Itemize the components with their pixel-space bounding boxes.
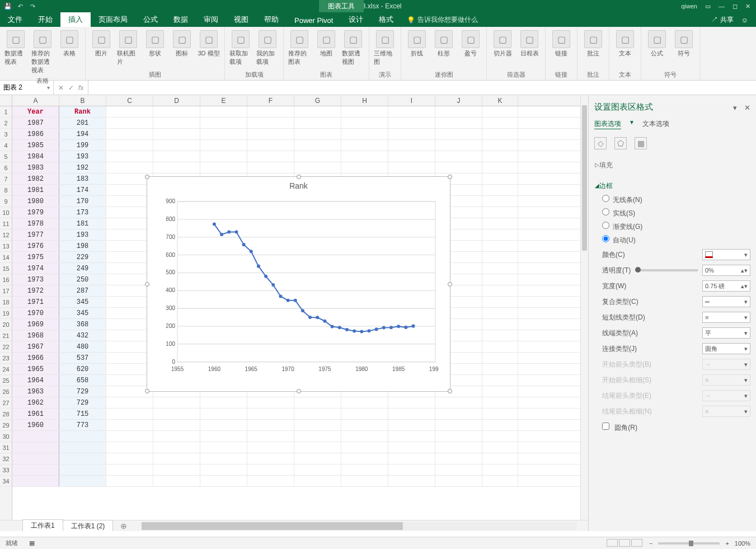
cell[interactable]: 345 xyxy=(59,308,106,318)
sheet-tab[interactable]: 工作表1 xyxy=(22,519,63,532)
border-option[interactable]: 渐变线(G) xyxy=(594,220,750,233)
col-header-G[interactable]: G xyxy=(294,95,341,106)
row-header[interactable]: 21 xyxy=(0,330,12,341)
cell[interactable] xyxy=(106,420,153,430)
ribbon-btn-图片[interactable]: ▢图片 xyxy=(89,29,114,59)
row-header[interactable]: 3 xyxy=(0,129,12,140)
cell[interactable]: 1967 xyxy=(12,341,59,352)
pane-options-icon[interactable]: ▾ xyxy=(733,104,737,112)
section-border[interactable]: 边框 xyxy=(594,179,750,193)
border-option[interactable]: 实线(S) xyxy=(594,207,750,220)
cell[interactable]: 287 xyxy=(59,285,106,296)
scroll-thumb[interactable] xyxy=(582,105,587,251)
tab-Power Pivot[interactable]: Power Pivot xyxy=(287,14,341,27)
row-header[interactable]: 4 xyxy=(0,140,12,151)
row-header[interactable]: 28 xyxy=(0,409,12,420)
row-header[interactable]: 27 xyxy=(0,397,12,409)
cell[interactable]: 1962 xyxy=(12,397,59,408)
cell[interactable] xyxy=(341,397,388,408)
cell[interactable]: 193 xyxy=(59,151,106,162)
cell[interactable]: 1975 xyxy=(12,252,59,262)
cell[interactable]: 715 xyxy=(59,409,106,419)
undo-icon[interactable]: ↶ xyxy=(16,2,25,11)
save-icon[interactable]: 💾 xyxy=(3,2,12,11)
row-header[interactable]: 29 xyxy=(0,420,12,431)
cell[interactable] xyxy=(388,118,435,128)
cell[interactable] xyxy=(247,151,294,162)
cell[interactable] xyxy=(388,140,435,151)
cell[interactable] xyxy=(435,409,482,419)
col-header-I[interactable]: I xyxy=(388,95,435,106)
cell[interactable] xyxy=(482,397,518,408)
cell[interactable]: 181 xyxy=(59,218,106,229)
cell[interactable]: 201 xyxy=(59,118,106,128)
cell[interactable] xyxy=(341,431,388,442)
cell[interactable] xyxy=(341,118,388,128)
transparency-slider[interactable] xyxy=(635,269,698,271)
cell[interactable] xyxy=(59,476,106,486)
ribbon-btn-3D 模型[interactable]: ▢3D 模型 xyxy=(196,29,221,59)
cell[interactable] xyxy=(247,129,294,139)
cell[interactable] xyxy=(482,173,518,184)
cell[interactable] xyxy=(200,140,247,151)
ribbon-btn-批注[interactable]: ▢批注 xyxy=(581,29,605,59)
cell[interactable] xyxy=(341,464,388,475)
tab-审阅[interactable]: 审阅 xyxy=(196,12,226,27)
row-header[interactable]: 9 xyxy=(0,196,12,207)
cell[interactable] xyxy=(153,431,200,442)
row-header[interactable]: 14 xyxy=(0,252,12,263)
cell[interactable] xyxy=(482,453,518,464)
cell[interactable] xyxy=(200,162,247,173)
cell[interactable] xyxy=(341,453,388,464)
row-header[interactable]: 7 xyxy=(0,173,12,185)
cell[interactable] xyxy=(294,409,341,419)
cell[interactable] xyxy=(106,106,153,117)
cell[interactable] xyxy=(294,431,341,442)
cell[interactable] xyxy=(106,118,153,128)
tab-开始[interactable]: 开始 xyxy=(30,12,60,27)
context-tab-设计[interactable]: 设计 xyxy=(341,12,371,27)
ribbon-btn-地图[interactable]: ▢地图 xyxy=(314,29,339,59)
cell[interactable] xyxy=(200,476,247,486)
color-picker[interactable]: ▾ xyxy=(702,249,750,260)
cell[interactable] xyxy=(482,196,518,207)
col-header-F[interactable]: F xyxy=(247,95,294,106)
cell[interactable] xyxy=(294,162,341,173)
cell[interactable]: 1978 xyxy=(12,218,59,229)
cell[interactable] xyxy=(482,263,518,274)
col-header-K[interactable]: K xyxy=(482,95,518,106)
resize-handle[interactable] xyxy=(145,389,149,393)
cell[interactable] xyxy=(294,106,341,117)
cell[interactable]: 368 xyxy=(59,319,106,330)
cell[interactable] xyxy=(388,420,435,430)
cell[interactable] xyxy=(388,106,435,117)
row-header[interactable]: 8 xyxy=(0,185,12,196)
cell[interactable] xyxy=(482,464,518,475)
cell[interactable]: 658 xyxy=(59,375,106,386)
cell[interactable] xyxy=(200,106,247,117)
row-header[interactable]: 25 xyxy=(0,375,12,386)
tab-chart-options[interactable]: 图表选项 xyxy=(594,119,621,129)
cell[interactable] xyxy=(200,464,247,475)
cap-select[interactable]: 平▾ xyxy=(702,327,750,339)
cell[interactable]: 1985 xyxy=(12,140,59,151)
redo-icon[interactable]: ↷ xyxy=(28,2,37,11)
cell[interactable] xyxy=(482,308,518,318)
zoom-slider[interactable] xyxy=(658,542,720,545)
cell[interactable] xyxy=(482,341,518,352)
cell[interactable]: 198 xyxy=(59,241,106,251)
cell[interactable] xyxy=(341,106,388,117)
zoom-out-icon[interactable]: − xyxy=(649,540,652,547)
section-fill[interactable]: 填充 xyxy=(594,158,750,172)
ribbon-btn-链接[interactable]: ▢链接 xyxy=(549,29,574,59)
col-header-A[interactable]: A xyxy=(12,95,59,106)
cell[interactable] xyxy=(482,319,518,330)
rounded-checkbox[interactable]: 圆角(R) xyxy=(602,424,637,431)
new-sheet-button[interactable]: ⊕ xyxy=(117,522,130,531)
cell[interactable] xyxy=(435,118,482,128)
cell[interactable]: 1969 xyxy=(12,319,59,330)
cell[interactable]: 1970 xyxy=(12,308,59,318)
cell[interactable] xyxy=(106,397,153,408)
cell[interactable] xyxy=(388,431,435,442)
cell[interactable] xyxy=(106,431,153,442)
